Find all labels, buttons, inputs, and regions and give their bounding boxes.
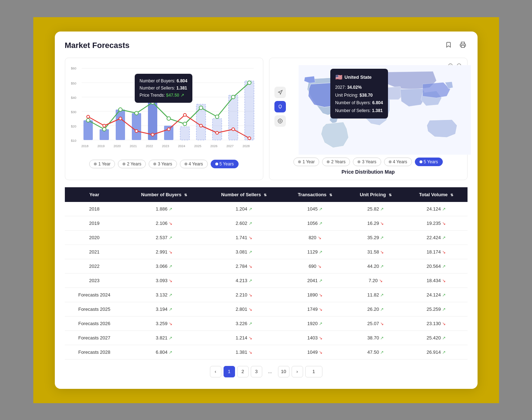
col-total-volume[interactable]: Total Volume ⇅ (405, 187, 467, 202)
chart-filter-4years[interactable]: 4 Years (180, 160, 208, 168)
map-panel: 🇺🇸 United State 2027: 34.02% Unit Pricin… (269, 58, 468, 180)
cell-buyers: 2.991 ↘ (124, 245, 204, 259)
cell-sellers: 1.214 ↘ (204, 330, 284, 345)
svg-rect-22 (229, 95, 238, 140)
map-filter-2years[interactable]: 2 Years (322, 158, 350, 166)
chart-filter-2years[interactable]: 2 Years (118, 160, 146, 168)
svg-point-38 (135, 130, 138, 132)
cell-buyers: 3.066 ↗ (124, 259, 204, 273)
cell-sellers: 2.801 ↘ (204, 302, 284, 316)
page-jump-input[interactable] (305, 366, 322, 377)
chart-filter-3years[interactable]: 3 Years (149, 160, 177, 168)
svg-point-39 (151, 133, 154, 136)
chart-filter-1year[interactable]: 1 Year (89, 160, 115, 168)
cell-total-volume: 25.420 ↗ (405, 330, 467, 345)
svg-text:2022: 2022 (145, 144, 153, 148)
svg-text:$30: $30 (71, 110, 76, 114)
svg-point-28 (151, 101, 154, 104)
cell-year: 2018 (65, 202, 124, 216)
cell-year: Forecasts 2024 (65, 288, 124, 302)
cell-sellers: 2.784 ↘ (204, 259, 284, 273)
cell-total-volume: 24.124 ↗ (405, 202, 467, 216)
svg-text:2024: 2024 (178, 144, 185, 148)
table-row: 2022 3.066 ↗ 2.784 ↘ 690 ↘ 44.20 ↗ 20.56… (65, 259, 468, 273)
cell-sellers: 3.081 ↗ (204, 245, 284, 259)
data-table: Year Number of Buyers ⇅ Number of Seller… (65, 187, 468, 359)
svg-point-26 (119, 108, 122, 111)
cell-transactions: 2041 ↗ (284, 273, 346, 288)
pagination: ‹ 1 2 3 ... 10 › (65, 366, 468, 377)
map-filter-4years[interactable]: 4 Years (384, 158, 412, 166)
cell-buyers: 3.194 ↗ (124, 302, 204, 316)
svg-marker-64 (278, 90, 282, 94)
map-navigate-button[interactable] (274, 87, 286, 98)
cell-total-volume: 25.259 ↗ (405, 302, 467, 316)
map-filter-row: 1 Year 2 Years 3 Years 4 Years 5 Years (274, 158, 462, 166)
cell-unit-pricing: 7.20 ↘ (346, 273, 405, 288)
map-target-button[interactable] (274, 115, 286, 127)
svg-text:2018: 2018 (81, 144, 88, 148)
cell-transactions: 690 ↘ (284, 259, 346, 273)
cell-transactions: 1049 ↘ (284, 345, 346, 359)
chart-area: Number of Buyers: 6.804 Number of Seller… (70, 63, 258, 156)
cell-total-volume: 18.174 ↘ (405, 245, 467, 259)
chart-filter-5years[interactable]: 5 Years (211, 160, 239, 168)
col-buyers[interactable]: Number of Buyers ⇅ (124, 187, 204, 202)
svg-point-24 (86, 119, 90, 122)
col-year[interactable]: Year (65, 187, 124, 202)
cell-year: 2020 (65, 230, 124, 245)
cell-year: Forecasts 2028 (65, 345, 124, 359)
cell-unit-pricing: 44.20 ↗ (346, 259, 405, 273)
page-1-button[interactable]: 1 (224, 366, 235, 377)
svg-point-30 (183, 122, 187, 126)
svg-point-37 (119, 117, 122, 120)
map-select-button[interactable] (274, 101, 286, 112)
page-10-button[interactable]: 10 (278, 366, 289, 377)
svg-point-43 (216, 131, 219, 134)
svg-text:$40: $40 (71, 96, 76, 100)
cell-sellers: 1.741 ↘ (204, 230, 284, 245)
svg-point-31 (199, 106, 203, 110)
map-title: Price Distribution Map (274, 169, 462, 175)
svg-point-33 (231, 95, 235, 99)
cell-buyers: 1.886 ↗ (124, 202, 204, 216)
svg-text:$10: $10 (71, 139, 76, 143)
svg-rect-19 (180, 127, 190, 140)
next-page-button[interactable]: › (292, 366, 303, 377)
cell-sellers: 3.226 ↗ (204, 316, 284, 330)
svg-point-27 (135, 111, 138, 115)
svg-point-25 (102, 127, 106, 131)
cell-total-volume: 24.124 ↗ (405, 288, 467, 302)
cell-transactions: 1403 ↘ (284, 330, 346, 345)
cell-unit-pricing: 11.82 ↗ (346, 288, 405, 302)
col-sellers[interactable]: Number of Sellers ⇅ (204, 187, 284, 202)
page-3-button[interactable]: 3 (251, 366, 262, 377)
cell-total-volume: 22.424 ↗ (405, 230, 467, 245)
print-button[interactable] (458, 40, 468, 51)
map-filter-3years[interactable]: 3 Years (353, 158, 381, 166)
bookmark-button[interactable] (444, 40, 453, 51)
svg-text:$20: $20 (71, 125, 76, 128)
cell-year: 2019 (65, 216, 124, 230)
col-transactions[interactable]: Transactions ⇅ (284, 187, 346, 202)
map-filter-5years[interactable]: 5 Years (415, 158, 443, 166)
svg-rect-13 (83, 120, 93, 140)
cell-buyers: 3.093 ↘ (124, 273, 204, 288)
cell-transactions: 1045 ↗ (284, 202, 346, 216)
table-row: 2021 2.991 ↘ 3.081 ↗ 1129 ↗ 31.58 ↘ 18.1… (65, 245, 468, 259)
cell-transactions: 1129 ↗ (284, 245, 346, 259)
svg-rect-0 (461, 45, 464, 47)
cell-unit-pricing: 47.50 ↗ (346, 345, 405, 359)
page-2-button[interactable]: 2 (237, 366, 249, 377)
cell-transactions: 1890 ↘ (284, 288, 346, 302)
cell-transactions: 820 ↘ (284, 230, 346, 245)
prev-page-button[interactable]: ‹ (210, 366, 221, 377)
map-filter-1year[interactable]: 1 Year (293, 158, 319, 166)
svg-point-35 (87, 115, 90, 118)
cell-total-volume: 18.434 ↘ (405, 273, 467, 288)
col-unit-pricing[interactable]: Unit Pricing ⇅ (346, 187, 405, 202)
svg-text:$60: $60 (71, 67, 76, 70)
svg-text:2019: 2019 (97, 144, 104, 148)
svg-point-44 (232, 128, 235, 131)
cell-buyers: 3.821 ↗ (124, 330, 204, 345)
